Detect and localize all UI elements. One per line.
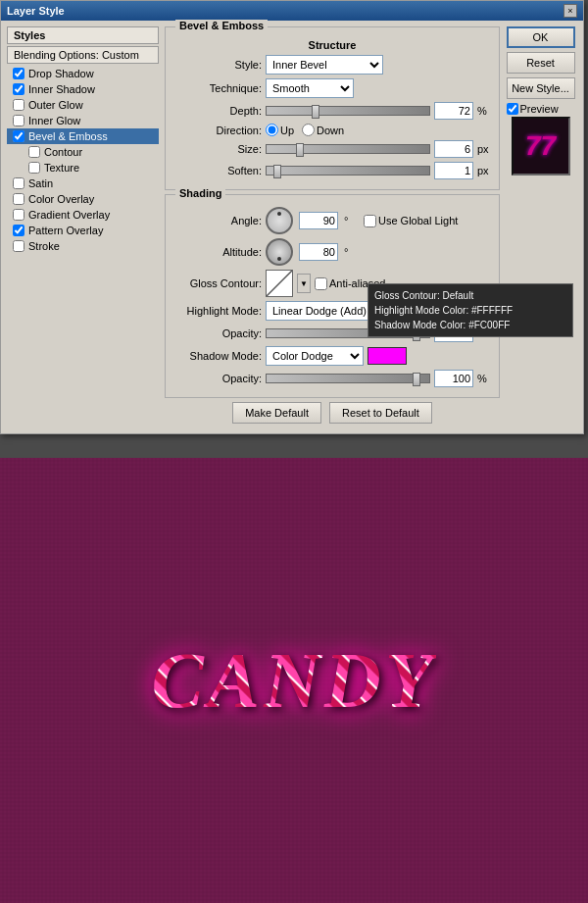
soften-slider[interactable]	[266, 166, 430, 176]
layer-item-stroke[interactable]: Stroke	[7, 238, 159, 254]
soften-row: Soften: px	[173, 162, 491, 179]
direction-down-radio[interactable]: Down	[302, 124, 344, 136]
preview-section: Preview 77	[507, 103, 575, 176]
technique-row: Technique: Smooth Chisel Hard Chisel Sof…	[173, 78, 491, 98]
inner-glow-checkbox[interactable]	[13, 115, 24, 126]
preview-text: 77	[525, 130, 556, 162]
layer-item-contour[interactable]: Contour	[7, 144, 159, 160]
blending-options-item[interactable]: Blending Options: Custom	[7, 46, 159, 64]
size-control: px	[266, 140, 491, 158]
styles-header[interactable]: Styles	[7, 26, 159, 44]
size-input[interactable]	[434, 140, 473, 158]
gloss-contour-dropdown-btn[interactable]: ▼	[297, 274, 311, 293]
depth-slider[interactable]	[266, 106, 430, 116]
size-thumb[interactable]	[296, 143, 304, 157]
left-panel: Styles Blending Options: Custom Drop Sha…	[7, 26, 159, 427]
highlight-opacity-label: Opacity:	[173, 327, 262, 339]
use-global-light-checkbox[interactable]	[364, 215, 376, 227]
tooltip-line1: Gloss Contour: Default	[374, 288, 566, 303]
layer-item-inner-glow[interactable]: Inner Glow	[7, 113, 159, 128]
stroke-checkbox[interactable]	[13, 240, 24, 252]
bottom-buttons: Make Default Reset to Default	[165, 398, 500, 427]
gloss-contour-label: Gloss Contour:	[173, 277, 262, 289]
shadow-opacity-slider[interactable]	[266, 374, 430, 383]
shadow-mode-row: Shadow Mode: Color Dodge Normal Multiply…	[173, 346, 491, 366]
drop-shadow-checkbox[interactable]	[13, 68, 24, 79]
angle-unit: °	[344, 215, 358, 226]
bevel-emboss-checkbox[interactable]	[13, 130, 24, 142]
make-default-button[interactable]: Make Default	[232, 402, 321, 424]
layer-item-bevel-emboss[interactable]: Bevel & Emboss	[7, 128, 159, 144]
content-and-buttons: Bevel & Emboss Structure Style: Inner Be…	[165, 26, 577, 427]
gloss-contour-svg	[267, 271, 292, 296]
shadow-opacity-control: %	[266, 370, 491, 387]
direction-control: Up Down	[266, 124, 491, 136]
layer-item-outer-glow[interactable]: Outer Glow	[7, 97, 159, 113]
angle-wheel[interactable]	[266, 207, 293, 234]
tooltip-line3: Shadow Mode Color: #FC00FF	[374, 318, 566, 332]
size-row: Size: px	[173, 140, 491, 158]
direction-down-input[interactable]	[302, 124, 315, 136]
pattern-overlay-checkbox[interactable]	[13, 225, 24, 236]
layer-item-inner-shadow[interactable]: Inner Shadow	[7, 81, 159, 97]
structure-area: Structure Style: Inner Bevel Outer Bevel…	[173, 33, 491, 179]
shadow-mode-label: Shadow Mode:	[173, 350, 262, 362]
reset-button[interactable]: Reset	[507, 52, 575, 74]
altitude-control: °	[266, 238, 491, 266]
soften-label: Soften:	[173, 165, 262, 176]
altitude-wheel[interactable]	[266, 238, 293, 266]
soften-thumb[interactable]	[273, 165, 281, 178]
preview-checkbox[interactable]	[507, 103, 518, 115]
style-row: Style: Inner Bevel Outer Bevel Emboss Pi…	[173, 55, 491, 75]
highlight-mode-label: Highlight Mode:	[173, 305, 262, 317]
layer-style-dialog: Layer Style × Styles Blending Options: C…	[0, 0, 584, 434]
size-slider[interactable]	[266, 144, 430, 154]
angle-input[interactable]	[299, 212, 338, 229]
layer-item-gradient-overlay[interactable]: Gradient Overlay	[7, 207, 159, 223]
shadow-opacity-label: Opacity:	[173, 373, 262, 384]
depth-input[interactable]	[434, 102, 473, 120]
depth-thumb[interactable]	[312, 105, 319, 119]
gloss-contour-swatch[interactable]	[266, 270, 293, 297]
direction-up-radio[interactable]: Up	[266, 124, 294, 136]
layer-item-pattern-overlay[interactable]: Pattern Overlay	[7, 223, 159, 238]
direction-up-input[interactable]	[266, 124, 278, 136]
soften-input[interactable]	[434, 162, 473, 179]
technique-control: Smooth Chisel Hard Chisel Soft	[266, 78, 491, 98]
satin-checkbox[interactable]	[13, 177, 24, 189]
shadow-opacity-thumb[interactable]	[413, 373, 420, 386]
angle-dot	[277, 212, 281, 216]
layer-item-drop-shadow[interactable]: Drop Shadow	[7, 66, 159, 81]
use-global-light-label[interactable]: Use Global Light	[364, 215, 458, 227]
altitude-dot	[277, 257, 281, 261]
outer-glow-checkbox[interactable]	[13, 99, 24, 111]
shadow-color-swatch[interactable]	[368, 347, 407, 365]
anti-aliased-checkbox[interactable]	[315, 277, 327, 290]
shadow-opacity-input[interactable]	[434, 370, 473, 387]
depth-unit: %	[477, 105, 491, 117]
layer-item-texture[interactable]: Texture	[7, 160, 159, 176]
technique-select[interactable]: Smooth Chisel Hard Chisel Soft	[266, 78, 354, 98]
layer-item-satin[interactable]: Satin	[7, 176, 159, 191]
shadow-mode-control: Color Dodge Normal Multiply Screen	[266, 346, 491, 366]
size-unit: px	[477, 143, 491, 155]
preview-label: Preview	[507, 103, 575, 115]
tooltip-line2: Highlight Mode Color: #FFFFFF	[374, 303, 566, 318]
altitude-unit: °	[344, 246, 358, 258]
soften-control: px	[266, 162, 491, 179]
ok-button[interactable]: OK	[507, 26, 575, 48]
altitude-label: Altitude:	[173, 246, 262, 258]
style-select[interactable]: Inner Bevel Outer Bevel Emboss Pillow Em…	[266, 55, 383, 75]
new-style-button[interactable]: New Style...	[507, 77, 575, 99]
inner-shadow-checkbox[interactable]	[13, 83, 24, 95]
contour-checkbox[interactable]	[28, 146, 40, 158]
reset-to-default-button[interactable]: Reset to Default	[329, 402, 432, 424]
texture-checkbox[interactable]	[28, 162, 40, 174]
layer-item-color-overlay[interactable]: Color Overlay	[7, 191, 159, 207]
bevel-emboss-section: Bevel & Emboss Structure Style: Inner Be…	[165, 26, 500, 190]
color-overlay-checkbox[interactable]	[13, 193, 24, 205]
gradient-overlay-checkbox[interactable]	[13, 209, 24, 221]
close-button[interactable]: ×	[564, 4, 577, 18]
shadow-mode-select[interactable]: Color Dodge Normal Multiply Screen	[266, 346, 364, 366]
altitude-input[interactable]	[299, 243, 338, 261]
